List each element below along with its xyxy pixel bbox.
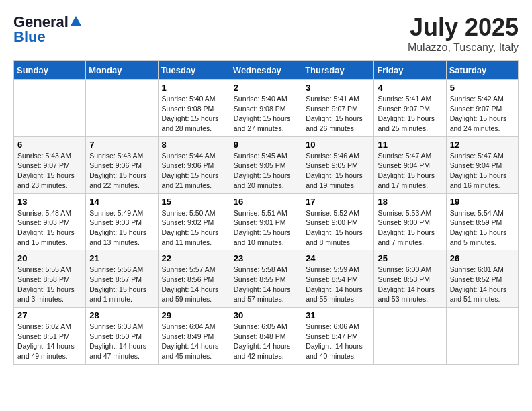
calendar-cell: 15Sunrise: 5:50 AM Sunset: 9:02 PM Dayli…: [158, 193, 230, 250]
day-number: 13: [17, 197, 82, 207]
day-number: 11: [378, 140, 442, 150]
day-number: 1: [162, 83, 226, 93]
calendar-cell: 19Sunrise: 5:54 AM Sunset: 8:59 PM Dayli…: [446, 193, 518, 250]
calendar-week-row: 27Sunrise: 6:02 AM Sunset: 8:51 PM Dayli…: [14, 308, 519, 365]
day-info: Sunrise: 5:48 AM Sunset: 9:03 PM Dayligh…: [17, 208, 82, 248]
calendar-cell: 11Sunrise: 5:47 AM Sunset: 9:04 PM Dayli…: [374, 136, 446, 193]
day-number: 30: [234, 310, 298, 320]
day-number: 21: [89, 253, 154, 263]
calendar-week-row: 1Sunrise: 5:40 AM Sunset: 9:08 PM Daylig…: [14, 80, 519, 137]
calendar-cell: 12Sunrise: 5:47 AM Sunset: 9:04 PM Dayli…: [446, 136, 518, 193]
day-info: Sunrise: 6:04 AM Sunset: 8:49 PM Dayligh…: [162, 322, 226, 361]
day-info: Sunrise: 5:53 AM Sunset: 9:00 PM Dayligh…: [378, 208, 442, 248]
calendar-cell: 14Sunrise: 5:49 AM Sunset: 9:03 PM Dayli…: [86, 193, 158, 250]
day-info: Sunrise: 5:40 AM Sunset: 9:08 PM Dayligh…: [162, 94, 226, 134]
calendar-week-row: 13Sunrise: 5:48 AM Sunset: 9:03 PM Dayli…: [14, 193, 519, 250]
weekday-header: Saturday: [446, 61, 518, 80]
page-header: General Blue July 2025 Mulazzo, Tuscany,…: [13, 13, 519, 54]
weekday-header: Wednesday: [230, 61, 302, 80]
day-info: Sunrise: 5:44 AM Sunset: 9:06 PM Dayligh…: [162, 151, 226, 191]
day-info: Sunrise: 5:49 AM Sunset: 9:03 PM Dayligh…: [89, 208, 154, 248]
weekday-header: Thursday: [302, 61, 374, 80]
day-number: 9: [234, 140, 298, 150]
day-number: 14: [89, 197, 154, 207]
calendar-week-row: 6Sunrise: 5:43 AM Sunset: 9:07 PM Daylig…: [14, 136, 519, 193]
calendar-cell: 18Sunrise: 5:53 AM Sunset: 9:00 PM Dayli…: [374, 193, 446, 250]
day-number: 3: [306, 83, 370, 93]
logo-icon: [70, 15, 82, 27]
calendar-cell: 16Sunrise: 5:51 AM Sunset: 9:01 PM Dayli…: [230, 193, 302, 250]
day-number: 5: [450, 83, 515, 93]
day-number: 20: [17, 253, 82, 263]
day-info: Sunrise: 6:05 AM Sunset: 8:48 PM Dayligh…: [234, 322, 298, 361]
day-number: 10: [306, 140, 370, 150]
calendar-cell: 21Sunrise: 5:56 AM Sunset: 8:57 PM Dayli…: [86, 250, 158, 308]
weekday-header: Tuesday: [158, 61, 230, 80]
day-info: Sunrise: 6:01 AM Sunset: 8:52 PM Dayligh…: [450, 265, 515, 304]
calendar-cell: 2Sunrise: 5:40 AM Sunset: 9:08 PM Daylig…: [230, 80, 302, 137]
day-number: 6: [17, 140, 82, 150]
day-number: 18: [378, 197, 442, 207]
day-number: 8: [162, 140, 226, 150]
calendar-cell: 26Sunrise: 6:01 AM Sunset: 8:52 PM Dayli…: [446, 250, 518, 308]
day-info: Sunrise: 5:41 AM Sunset: 9:07 PM Dayligh…: [378, 94, 442, 134]
day-info: Sunrise: 6:00 AM Sunset: 8:53 PM Dayligh…: [378, 265, 442, 304]
calendar-cell: 20Sunrise: 5:55 AM Sunset: 8:58 PM Dayli…: [14, 250, 86, 308]
weekday-header: Sunday: [14, 61, 86, 80]
calendar-cell: 7Sunrise: 5:43 AM Sunset: 9:06 PM Daylig…: [86, 136, 158, 193]
svg-marker-0: [71, 16, 81, 26]
day-number: 7: [89, 140, 154, 150]
day-number: 25: [378, 253, 442, 263]
day-info: Sunrise: 5:40 AM Sunset: 9:08 PM Dayligh…: [234, 94, 298, 134]
day-number: 17: [306, 197, 370, 207]
day-info: Sunrise: 5:47 AM Sunset: 9:04 PM Dayligh…: [450, 151, 515, 191]
day-number: 16: [234, 197, 298, 207]
calendar-cell: 13Sunrise: 5:48 AM Sunset: 9:03 PM Dayli…: [14, 193, 86, 250]
day-number: 4: [378, 83, 442, 93]
day-number: 15: [162, 197, 226, 207]
calendar-header-row: SundayMondayTuesdayWednesdayThursdayFrid…: [14, 61, 519, 80]
title-block: July 2025 Mulazzo, Tuscany, Italy: [408, 13, 519, 54]
day-info: Sunrise: 5:43 AM Sunset: 9:06 PM Dayligh…: [89, 151, 154, 191]
day-info: Sunrise: 6:02 AM Sunset: 8:51 PM Dayligh…: [17, 322, 82, 361]
day-number: 28: [89, 310, 154, 320]
calendar-cell: 25Sunrise: 6:00 AM Sunset: 8:53 PM Dayli…: [374, 250, 446, 308]
day-info: Sunrise: 5:52 AM Sunset: 9:00 PM Dayligh…: [306, 208, 370, 248]
day-number: 26: [450, 253, 515, 263]
calendar-cell: 24Sunrise: 5:59 AM Sunset: 8:54 PM Dayli…: [302, 250, 374, 308]
weekday-header: Friday: [374, 61, 446, 80]
day-number: 22: [162, 253, 226, 263]
calendar-week-row: 20Sunrise: 5:55 AM Sunset: 8:58 PM Dayli…: [14, 250, 519, 308]
calendar-cell: [374, 308, 446, 365]
calendar-cell: 27Sunrise: 6:02 AM Sunset: 8:51 PM Dayli…: [14, 308, 86, 365]
calendar-cell: 10Sunrise: 5:46 AM Sunset: 9:05 PM Dayli…: [302, 136, 374, 193]
calendar-cell: 28Sunrise: 6:03 AM Sunset: 8:50 PM Dayli…: [86, 308, 158, 365]
calendar-table: SundayMondayTuesdayWednesdayThursdayFrid…: [13, 60, 519, 365]
calendar-cell: [14, 80, 86, 137]
logo-blue-text: Blue: [13, 28, 46, 46]
day-info: Sunrise: 5:59 AM Sunset: 8:54 PM Dayligh…: [306, 265, 370, 304]
calendar-cell: [446, 308, 518, 365]
calendar-cell: 22Sunrise: 5:57 AM Sunset: 8:56 PM Dayli…: [158, 250, 230, 308]
calendar-cell: 3Sunrise: 5:41 AM Sunset: 9:07 PM Daylig…: [302, 80, 374, 137]
calendar-cell: 1Sunrise: 5:40 AM Sunset: 9:08 PM Daylig…: [158, 80, 230, 137]
day-number: 19: [450, 197, 515, 207]
month-title: July 2025: [408, 13, 519, 42]
day-number: 29: [162, 310, 226, 320]
day-info: Sunrise: 5:58 AM Sunset: 8:55 PM Dayligh…: [234, 265, 298, 304]
day-info: Sunrise: 5:55 AM Sunset: 8:58 PM Dayligh…: [17, 265, 82, 304]
day-info: Sunrise: 5:47 AM Sunset: 9:04 PM Dayligh…: [378, 151, 442, 191]
calendar-cell: 6Sunrise: 5:43 AM Sunset: 9:07 PM Daylig…: [14, 136, 86, 193]
day-info: Sunrise: 5:45 AM Sunset: 9:05 PM Dayligh…: [234, 151, 298, 191]
day-number: 24: [306, 253, 370, 263]
day-number: 27: [17, 310, 82, 320]
day-number: 2: [234, 83, 298, 93]
calendar-cell: 23Sunrise: 5:58 AM Sunset: 8:55 PM Dayli…: [230, 250, 302, 308]
calendar-cell: 8Sunrise: 5:44 AM Sunset: 9:06 PM Daylig…: [158, 136, 230, 193]
calendar-cell: 30Sunrise: 6:05 AM Sunset: 8:48 PM Dayli…: [230, 308, 302, 365]
day-info: Sunrise: 6:03 AM Sunset: 8:50 PM Dayligh…: [89, 322, 154, 361]
day-info: Sunrise: 5:54 AM Sunset: 8:59 PM Dayligh…: [450, 208, 515, 248]
day-number: 12: [450, 140, 515, 150]
location-title: Mulazzo, Tuscany, Italy: [408, 42, 519, 54]
day-number: 23: [234, 253, 298, 263]
